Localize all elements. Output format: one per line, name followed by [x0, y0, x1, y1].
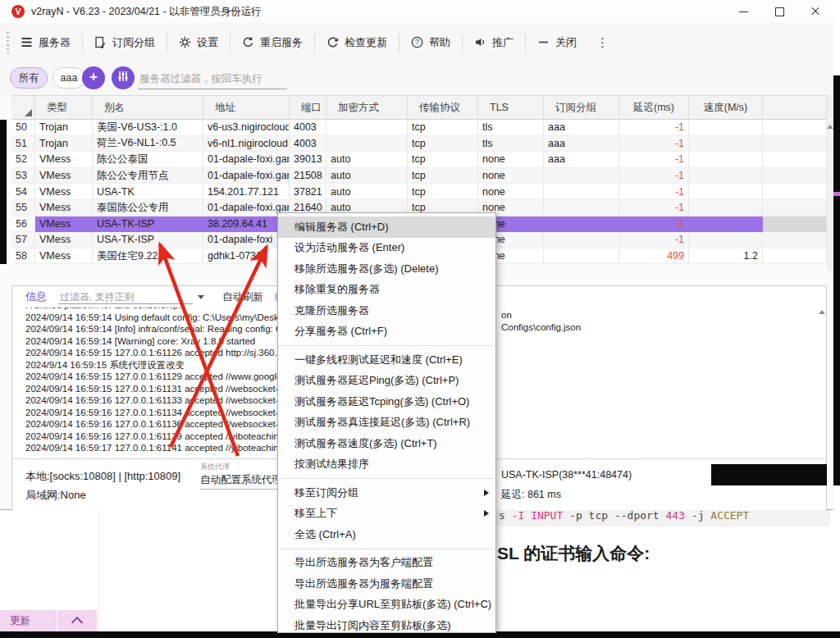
- table-scrollbar[interactable]: [827, 95, 833, 271]
- column-header[interactable]: 地址: [203, 96, 290, 119]
- cell-alias: 陈公公泰国: [93, 152, 203, 168]
- table-row[interactable]: 54VMessUSA-TK154.201.77.12137821autotcpn…: [11, 184, 827, 200]
- tune-filter-button[interactable]: [112, 66, 135, 89]
- maximize-button[interactable]: [761, 0, 797, 23]
- cell-filler: [763, 232, 827, 248]
- toolbar-promotion-button[interactable]: 推广: [463, 23, 525, 62]
- menu-item[interactable]: 分享服务器 (Ctrl+F): [278, 321, 495, 343]
- cell-index: 51: [11, 136, 35, 153]
- column-header[interactable]: 类型: [35, 96, 93, 119]
- toolbar-close-button[interactable]: 关闭: [526, 23, 588, 62]
- cell-speed: [689, 216, 763, 233]
- cell-address: v6-us3.nigirocloud.: [203, 120, 290, 136]
- column-header[interactable]: 加密方式: [326, 96, 408, 119]
- menu-item[interactable]: 一键多线程测试延迟和速度 (Ctrl+E): [278, 349, 495, 371]
- cell-type: Trojan: [35, 136, 93, 153]
- cell-tls: none: [478, 184, 544, 200]
- minimize-button[interactable]: [725, 0, 761, 23]
- column-header[interactable]: 别名: [93, 96, 203, 119]
- cell-index: 58: [11, 248, 35, 265]
- cell-filler: [763, 184, 827, 200]
- toolbar-help-button[interactable]: ? 帮助: [399, 23, 462, 62]
- table-row[interactable]: 53VMess陈公公专用节点01-dapale-foxi.gan21508aut…: [11, 168, 827, 185]
- lan-status: 局域网:None: [25, 488, 86, 503]
- toolbar-subscription-group-button[interactable]: 订阅分组: [83, 23, 167, 62]
- cell-transport: tcp: [408, 120, 478, 136]
- menu-item[interactable]: 编辑服务器 (Ctrl+D): [278, 216, 495, 238]
- menu-item[interactable]: 克隆所选服务器: [278, 300, 495, 321]
- toolbar-servers-button[interactable]: 服务器: [9, 23, 82, 62]
- toolbar-settings-button[interactable]: 设置: [167, 23, 230, 62]
- tab-group-aaa[interactable]: aaa: [52, 67, 85, 89]
- command-token: -j: [692, 509, 710, 522]
- cell-filler: [763, 136, 827, 153]
- cell-address: 01-dapale-foxi.gan: [203, 152, 290, 168]
- dropdown-arrow-icon[interactable]: [198, 295, 204, 299]
- column-header[interactable]: 延迟(ms): [619, 96, 689, 119]
- close-button[interactable]: [797, 0, 833, 23]
- tab-all-servers[interactable]: 所有: [10, 67, 48, 89]
- column-header[interactable]: 订阅分组: [544, 96, 619, 119]
- more-options-button[interactable]: ⋮: [588, 35, 617, 50]
- maximize-icon: [775, 7, 784, 16]
- menu-item-label: 批量导出订阅内容至剪贴板(多选): [294, 618, 451, 633]
- column-header[interactable]: TLS: [478, 96, 544, 119]
- column-header[interactable]: 端口: [290, 96, 326, 119]
- cell-alias: 陈公公专用节点: [93, 168, 203, 185]
- menu-item[interactable]: 测试服务器真连接延迟(多选) (Ctrl+R): [278, 412, 495, 434]
- cell-filler: [763, 200, 827, 216]
- menu-item[interactable]: 导出所选服务器为服务端配置: [278, 573, 495, 595]
- menu-separator: [280, 478, 494, 479]
- table-row[interactable]: 51Trojan荷兰-V6-NL1-:0.5v6-nl1.nigirocloud…: [11, 136, 827, 153]
- desktop-strip: [833, 75, 840, 485]
- cell-index: 50: [11, 120, 35, 136]
- toolbar-check-update-button[interactable]: 检查更新: [315, 23, 399, 62]
- menu-item[interactable]: 全选 (Ctrl+A): [278, 524, 495, 545]
- table-row[interactable]: 50Trojan美国-V6-US3-:1.0v6-us3.nigirocloud…: [11, 120, 827, 136]
- toolbar-restart-button[interactable]: 重启服务: [231, 23, 314, 62]
- menu-item[interactable]: 测试服务器延迟Ping(多选) (Ctrl+P): [278, 371, 495, 392]
- cell-alias: USA-TK: [93, 184, 203, 200]
- menu-item[interactable]: 移除重复的服务器: [278, 280, 495, 301]
- server-filter-input[interactable]: [138, 69, 287, 89]
- cell-filler: [763, 248, 827, 265]
- cell-transport: tcp: [408, 152, 478, 168]
- log-line-tail: on: [501, 310, 512, 320]
- table-row[interactable]: 52VMess陈公公泰国01-dapale-foxi.gan39013autot…: [11, 152, 827, 168]
- cell-speed: [689, 120, 763, 136]
- menu-item[interactable]: 批量导出订阅内容至剪贴板(多选): [278, 615, 495, 636]
- menu-item[interactable]: 移至上下: [278, 504, 495, 525]
- cell-index: 56: [11, 216, 35, 233]
- menu-item-label: 批量导出分享URL至剪贴板(多选) (Ctrl+C): [294, 597, 491, 612]
- cell-filler: [763, 120, 827, 136]
- collapse-toast-button[interactable]: [57, 610, 97, 631]
- system-proxy-select[interactable]: 自动配置系统代理: [200, 473, 282, 490]
- menu-item-label: 测试服务器延迟Ping(多选) (Ctrl+P): [294, 373, 459, 388]
- menu-item[interactable]: 导出所选服务器为客户端配置: [278, 553, 495, 574]
- cell-port: 37821: [290, 184, 326, 200]
- tune-icon: [117, 71, 129, 85]
- menu-item[interactable]: 移至订阅分组: [278, 482, 495, 504]
- column-header[interactable]: 速度(M/s): [689, 96, 763, 119]
- update-button[interactable]: 更新: [0, 610, 57, 631]
- column-header[interactable]: 传输协议: [408, 96, 478, 119]
- menu-item[interactable]: 设为活动服务器 (Enter): [278, 238, 495, 259]
- menu-item[interactable]: 测试服务器速度(多选) (Ctrl+T): [278, 433, 495, 454]
- cell-alias: 美国住宅9.22: [93, 248, 203, 265]
- select-all-corner[interactable]: [11, 96, 35, 119]
- cell-address: 154.201.77.121: [203, 184, 290, 200]
- add-group-button[interactable]: +: [82, 66, 105, 89]
- scroll-up-icon[interactable]: [827, 125, 833, 129]
- delay-status: 延迟: 861 ms: [501, 488, 561, 502]
- filter-bar: 所有 aaa +: [0, 62, 833, 95]
- menu-item-label: 编辑服务器 (Ctrl+D): [294, 220, 388, 235]
- menu-item[interactable]: 测试服务器延迟Tcping(多选) (Ctrl+O): [278, 391, 495, 412]
- column-header-filler: [763, 96, 827, 119]
- iptables-command: s -I INPUT -p tcp --dport 443 -j ACCEPT: [499, 509, 749, 522]
- cell-port: 4003: [290, 120, 326, 136]
- menu-item[interactable]: 按测试结果排序: [278, 454, 495, 476]
- menu-item[interactable]: 移除所选服务器(多选) (Delete): [278, 258, 495, 280]
- log-filter-input[interactable]: [58, 290, 193, 304]
- cell-type: VMess: [35, 216, 93, 233]
- menu-item[interactable]: 批量导出分享URL至剪贴板(多选) (Ctrl+C): [278, 595, 495, 616]
